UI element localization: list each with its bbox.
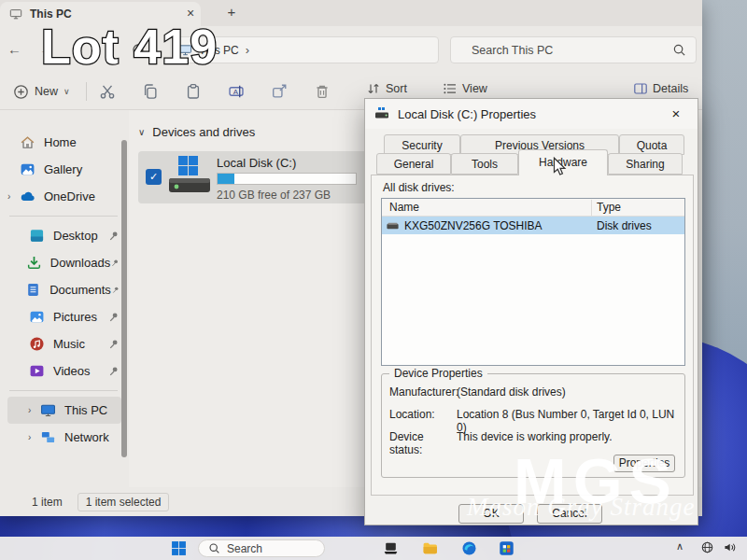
sidebar-item-videos[interactable]: Videos: [7, 357, 121, 385]
dialog-title: Local Disk (C:) Properties: [398, 107, 536, 121]
drive-name: Local Disk (C:): [217, 156, 296, 170]
capacity-fill: [218, 174, 234, 184]
lot-number-overlay: Lot 419: [41, 19, 218, 75]
sort-icon: [366, 81, 381, 96]
sidebar-item-gallery[interactable]: Gallery: [7, 156, 121, 183]
pin-icon: [107, 230, 120, 242]
new-button[interactable]: New ∨: [7, 80, 76, 103]
disk-type: Disk drives: [597, 219, 652, 232]
collapse-chevron-icon[interactable]: ∨: [138, 127, 145, 137]
field-manufacturer: Manufacturer: (Standard disk drives): [389, 385, 677, 399]
taskbar-search[interactable]: Search: [198, 539, 325, 557]
windows-app-icon[interactable]: [499, 540, 514, 556]
status-item-count: 1 item: [32, 496, 63, 509]
search-icon[interactable]: [672, 43, 686, 57]
column-name[interactable]: Name: [389, 201, 419, 214]
tab-sharing[interactable]: Sharing: [608, 153, 683, 175]
dialog-close-icon[interactable]: ×: [668, 105, 684, 121]
dialog-title-bar[interactable]: Local Disk (C:) Properties ×: [365, 99, 698, 129]
videos-icon: [29, 363, 45, 379]
search-box[interactable]: [450, 36, 697, 63]
tab-security[interactable]: Security: [384, 134, 460, 155]
taskbar-chevron-up-icon[interactable]: ∧: [676, 540, 684, 553]
breadcrumb-chevron-icon[interactable]: ›: [246, 43, 249, 57]
new-chevron-down-icon: ∨: [63, 87, 70, 96]
sidebar-item-home[interactable]: Home: [7, 129, 121, 156]
taskbar-search-label: Search: [227, 542, 262, 555]
list-header: Name Type: [382, 199, 684, 217]
pin-icon: [107, 311, 120, 323]
start-button-icon[interactable]: [171, 540, 187, 556]
delete-icon[interactable]: [314, 83, 331, 100]
tab-quota[interactable]: Quota: [619, 134, 684, 155]
view-label: View: [462, 82, 487, 95]
local-disk-icon: [166, 154, 213, 201]
details-icon: [633, 81, 648, 96]
section-devices-and-drives[interactable]: ∨ Devices and drives: [138, 125, 255, 139]
drive-checkbox[interactable]: ✓: [146, 169, 162, 185]
details-button[interactable]: Details: [633, 81, 688, 96]
laptop-app-icon[interactable]: [383, 540, 399, 556]
column-type[interactable]: Type: [597, 201, 621, 214]
capacity-bar: [217, 173, 357, 185]
search-icon: [208, 542, 220, 554]
sidebar: Home Gallery › OneDrive Desktop: [0, 110, 127, 487]
tab-tools[interactable]: Tools: [451, 153, 518, 175]
expand-chevron-icon[interactable]: ›: [7, 191, 20, 202]
taskbar: Search ∧: [0, 537, 747, 560]
view-button[interactable]: View: [443, 81, 487, 96]
disk-icon: [386, 218, 400, 232]
sidebar-item-this-pc[interactable]: › This PC: [7, 397, 121, 424]
sidebar-item-documents[interactable]: Documents: [7, 276, 121, 303]
desktop-icon: [29, 228, 45, 244]
back-icon[interactable]: ←: [7, 41, 21, 57]
sort-button[interactable]: Sort: [366, 81, 407, 96]
disk-drive-row[interactable]: KXG50ZNV256G TOSHIBA Disk drives: [382, 217, 684, 234]
sidebar-item-pictures[interactable]: Pictures: [7, 303, 121, 330]
pin-icon: [110, 257, 120, 269]
music-icon: [29, 336, 45, 352]
mouse-cursor: [552, 157, 567, 177]
sidebar-divider: [9, 216, 118, 217]
drive-tile-local-disk-c[interactable]: ✓ Local Disk (C:) 210 GB free of 237 GB: [138, 151, 374, 203]
pin-icon: [107, 365, 120, 377]
sidebar-item-network[interactable]: › Network: [7, 424, 121, 451]
expand-chevron-icon[interactable]: ›: [28, 405, 40, 415]
rename-icon[interactable]: A: [228, 83, 245, 100]
paste-icon[interactable]: [185, 83, 202, 100]
file-explorer-icon[interactable]: [422, 540, 438, 556]
documents-icon: [25, 282, 41, 298]
sidebar-scrollbar[interactable]: [121, 140, 127, 457]
sort-label: Sort: [386, 82, 407, 95]
sidebar-item-desktop[interactable]: Desktop: [7, 222, 121, 249]
new-icon: [13, 84, 29, 100]
new-tab-icon[interactable]: +: [224, 4, 239, 20]
disk-drives-list[interactable]: Name Type KXG50ZNV256G TOSHIBA Disk driv…: [381, 198, 685, 366]
pin-icon: [107, 338, 120, 350]
copy-icon[interactable]: [142, 83, 159, 100]
edge-browser-icon[interactable]: [461, 540, 477, 556]
this-pc-tab-icon: [9, 7, 22, 21]
speaker-icon[interactable]: [723, 540, 737, 554]
section-title: Devices and drives: [152, 125, 255, 139]
network-icon: [40, 429, 56, 445]
network-globe-icon[interactable]: [700, 540, 714, 554]
sidebar-item-music[interactable]: Music: [7, 330, 121, 357]
sidebar-item-downloads[interactable]: Downloads: [7, 249, 121, 276]
group-title: Device Properties: [389, 367, 487, 380]
svg-text:A: A: [233, 88, 239, 96]
cut-icon[interactable]: [99, 83, 116, 100]
this-pc-icon: [40, 402, 56, 418]
column-divider[interactable]: [591, 200, 592, 216]
sidebar-item-onedrive[interactable]: › OneDrive: [7, 183, 121, 210]
search-input[interactable]: [472, 44, 672, 57]
details-label: Details: [653, 82, 688, 95]
expand-chevron-icon[interactable]: ›: [28, 432, 40, 442]
gallery-icon: [20, 161, 35, 177]
share-icon[interactable]: [271, 83, 288, 100]
downloads-icon: [26, 255, 42, 271]
sidebar-divider: [9, 390, 118, 391]
status-selected-count: 1 item selected: [78, 493, 170, 511]
tab-general[interactable]: General: [376, 153, 451, 175]
home-icon: [20, 134, 35, 150]
